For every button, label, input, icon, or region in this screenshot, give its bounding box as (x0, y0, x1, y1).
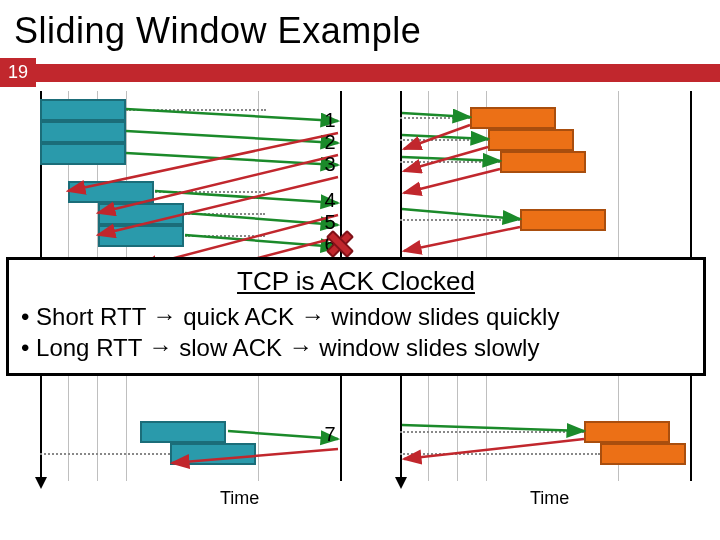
svg-line-21 (404, 227, 520, 251)
sender-block (98, 203, 184, 225)
sender-block (170, 443, 256, 465)
sender-block (40, 121, 126, 143)
time-marker (400, 219, 520, 221)
time-marker (400, 139, 488, 141)
receiver-block (500, 151, 586, 173)
sender-block (40, 143, 126, 165)
receiver-block (488, 129, 574, 151)
callout-heading: TCP is ACK Clocked (21, 266, 691, 297)
packet-drop-icon (326, 231, 348, 253)
sender-block (68, 181, 154, 203)
svg-line-2 (126, 153, 338, 165)
seq-label: 1 (320, 109, 340, 132)
page-title: Sliding Window Example (0, 0, 720, 58)
slide-number: 19 (0, 58, 36, 87)
sender-block (40, 99, 126, 121)
time-marker (185, 213, 265, 215)
arrow-icon: → (301, 300, 325, 331)
svg-line-1 (126, 131, 338, 143)
seq-label: 2 (320, 131, 340, 154)
svg-line-16 (402, 209, 520, 219)
time-axis-label-right: Time (530, 488, 569, 509)
svg-line-18 (404, 125, 470, 149)
sender-block (140, 421, 226, 443)
callout-bullet-2: Long RTT → slow ACK → window slides slow… (21, 332, 691, 363)
receiver-block (600, 443, 686, 465)
receiver-block (584, 421, 670, 443)
time-marker (185, 235, 265, 237)
accent-bar (36, 64, 720, 82)
time-marker (155, 191, 265, 193)
callout-bullet-1: Short RTT → quick ACK → window slides qu… (21, 301, 691, 332)
arrow-icon: → (149, 331, 173, 362)
sender-block (98, 225, 184, 247)
receiver-block (520, 209, 606, 231)
time-marker (400, 117, 470, 119)
time-marker (40, 453, 170, 455)
diagram-stage: Time 1 2 3 4 5 6 7 (0, 87, 720, 517)
time-marker (400, 431, 584, 433)
time-axis-label-left: Time (220, 488, 259, 509)
time-arrowhead-left (35, 477, 47, 489)
seq-label: 3 (320, 153, 340, 176)
time-marker (400, 453, 600, 455)
callout-box: TCP is ACK Clocked Short RTT → quick ACK… (6, 257, 706, 376)
seq-label: 4 (320, 189, 340, 212)
time-marker (126, 109, 266, 111)
arrow-icon: → (289, 331, 313, 362)
slide-number-bar: 19 (0, 58, 720, 87)
svg-line-19 (404, 147, 488, 171)
time-marker (400, 161, 500, 163)
arrow-icon: → (153, 300, 177, 331)
time-arrowhead-right (395, 477, 407, 489)
seq-label: 7 (320, 423, 340, 446)
svg-line-22 (404, 439, 584, 459)
receiver-block (470, 107, 556, 129)
